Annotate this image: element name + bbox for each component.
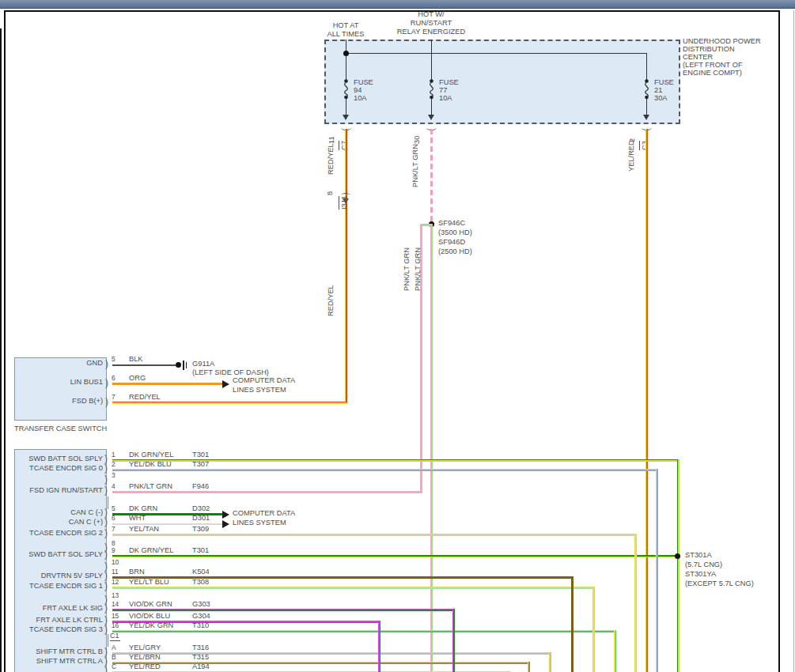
fuse-94-label: FUSE xyxy=(354,78,373,87)
page-border-left xyxy=(4,10,6,672)
hot-run-start-label1: HOT W/ xyxy=(384,10,479,19)
module-pin5-signal: CAN C (-) xyxy=(16,508,103,517)
offpage-arrow-icon xyxy=(222,380,229,388)
ground-bar-icon xyxy=(183,361,184,370)
wire-yelbrn-vertical xyxy=(528,662,530,672)
module-pin1-circuit: T301 xyxy=(192,451,209,459)
wire-label-pnkltgrn: PNK/LT GRN xyxy=(403,247,411,291)
wire-label-redyel: RED/YEL xyxy=(327,143,335,175)
pin-arc-icon xyxy=(104,625,108,634)
connector-divider xyxy=(108,496,108,509)
fuse-94-symbol xyxy=(341,78,351,100)
pin-arc-icon xyxy=(105,397,108,406)
module-pinB-num: B xyxy=(112,654,116,661)
module-pin9-signal: SWD BATT SOL SPLY xyxy=(16,550,103,559)
fuse-77-output xyxy=(431,98,432,115)
module-pinA-signal: SHIFT MTR CTRL B xyxy=(16,647,103,656)
splice-st301-dot xyxy=(675,553,680,559)
feed-wire-fuse21 xyxy=(646,53,647,81)
wire-viodkblu-vertical xyxy=(378,621,380,672)
wire-yelltblu-pin12 xyxy=(112,587,595,589)
module-pin14-circuit: G303 xyxy=(192,600,210,609)
module-pin9-num: 9 xyxy=(112,547,115,554)
arrow-down-icon xyxy=(428,115,434,120)
pin-arc-icon xyxy=(104,517,108,527)
module-pin7-circuit: T309 xyxy=(192,525,209,534)
wire-yeldkblu-pin2 xyxy=(112,469,658,471)
fuse-21-symbol xyxy=(642,78,652,100)
pin-arc-icon xyxy=(104,549,108,559)
module-pin4-circuit: F946 xyxy=(192,482,209,491)
wiring-diagram-viewer: HOT AT ALL TIMES HOT W/ RUN/START RELAY … xyxy=(0,0,795,672)
module-pin15-signal: FRT AXLE LK CTRL xyxy=(16,616,103,625)
wire-redyel-vertical xyxy=(345,129,347,404)
pin-arc-icon xyxy=(104,463,108,473)
splice-sf946-note2: (2500 HD) xyxy=(438,247,472,256)
pin-arc-icon xyxy=(104,603,108,613)
module-pin15-color: VIO/DK BLU xyxy=(129,612,170,621)
module-pin15-circuit: G304 xyxy=(192,612,210,621)
splice-st301-name2: ST301YA xyxy=(685,570,716,579)
wire-blk xyxy=(112,364,176,366)
module-pin11-color: BRN xyxy=(129,568,145,576)
updc-label4: (LEFT FRONT OF xyxy=(683,61,743,70)
pin-arc-icon xyxy=(104,571,108,580)
pin-arc-icon xyxy=(104,528,108,538)
module-pin1-color: DK GRN/YEL xyxy=(129,451,173,459)
computer-data-label: COMPUTER DATA xyxy=(233,509,295,518)
wire-viodkgrn-pin14 xyxy=(112,609,455,611)
module-pin7-signal: TCASE ENCDR SIG 2 xyxy=(16,529,103,538)
updc-label2: DISTRIBUTION xyxy=(683,45,735,54)
module-pin11-circuit: K504 xyxy=(192,568,210,576)
splice-st301-name: ST301A xyxy=(685,551,712,560)
ground-location: (LEFT SIDE OF DASH) xyxy=(192,368,269,377)
module-pin6-num: 6 xyxy=(112,515,115,522)
module-pin7-num: 7 xyxy=(112,526,115,533)
splice-sf946-note1: (3500 HD) xyxy=(438,228,472,237)
transfer-case-switch-label: TRANSFER CASE SWITCH xyxy=(14,425,107,433)
module-pin4-signal: FSD IGN RUN/START xyxy=(16,486,103,495)
splice-st301-note2: (EXCEPT 5.7L CNG) xyxy=(685,580,754,588)
module-pin11-num: 11 xyxy=(112,568,119,576)
ground-name: G911A xyxy=(192,360,214,368)
lines-system-label: LINES SYSTEM xyxy=(233,386,286,395)
module-pin4-num: 4 xyxy=(112,483,115,490)
fuse-77-amps: 10A xyxy=(439,94,452,103)
hot-at-all-times-label: HOT AT xyxy=(306,21,385,30)
fuse-77-number: 77 xyxy=(439,86,447,95)
splice-sf946-name: SF946C xyxy=(438,219,465,228)
wire-label-pnkltgrn: PNK/LT GRN xyxy=(411,144,419,187)
module-pin14-color: VIO/DK GRN xyxy=(129,600,172,609)
wire-redyel-horizontal xyxy=(112,402,347,404)
feed-wire-fuse77 xyxy=(431,40,432,81)
tcs-pin5-num: 5 xyxy=(112,356,115,363)
module-box xyxy=(14,449,107,672)
hot-run-start-label2: RUN/START xyxy=(384,19,479,28)
wire-dkgrn-pin5 xyxy=(112,513,222,515)
module-pin7-color: YEL/TAN xyxy=(129,525,159,534)
module-pin5-circuit: D302 xyxy=(192,504,210,513)
pin-arc-icon xyxy=(105,378,108,387)
wire-label-pnkltgrn: PNK/LT GRN xyxy=(414,247,422,291)
module-pin9-color: DK GRN/YEL xyxy=(129,546,173,555)
wire-yelltblu-vertical xyxy=(592,587,595,672)
fuse-21-number: 21 xyxy=(654,86,662,95)
splice-st301-note1: (5.7L CNG) xyxy=(685,561,722,569)
module-pin4-color: PNK/LT GRN xyxy=(129,482,172,491)
wire-yeltan-vertical xyxy=(634,534,637,672)
wire-yelbrn-pinB xyxy=(112,662,530,664)
wire-pnkltgrn-right xyxy=(430,224,433,672)
tcs-pin6-color: ORG xyxy=(129,374,146,383)
module-pin5-color: DK GRN xyxy=(129,504,157,513)
updc-label5: ENGINE COMPT) xyxy=(683,69,742,77)
module-pin1-signal: SWD BATT SOL SPLY xyxy=(16,455,103,463)
pin-arc-icon xyxy=(104,474,108,484)
wire-pnkltgrn-pin4 xyxy=(112,491,422,493)
splice-sf946-name2: SF946D xyxy=(438,238,465,247)
wire-dkgrnyel-pin9 xyxy=(112,555,677,557)
module-pin12-color: YEL/LT BLU xyxy=(129,578,169,587)
module-pin1-num: 1 xyxy=(112,451,115,459)
module-pinA-num: A xyxy=(112,644,116,651)
window-edge-right xyxy=(793,10,794,672)
module-pin12-num: 12 xyxy=(112,579,119,586)
